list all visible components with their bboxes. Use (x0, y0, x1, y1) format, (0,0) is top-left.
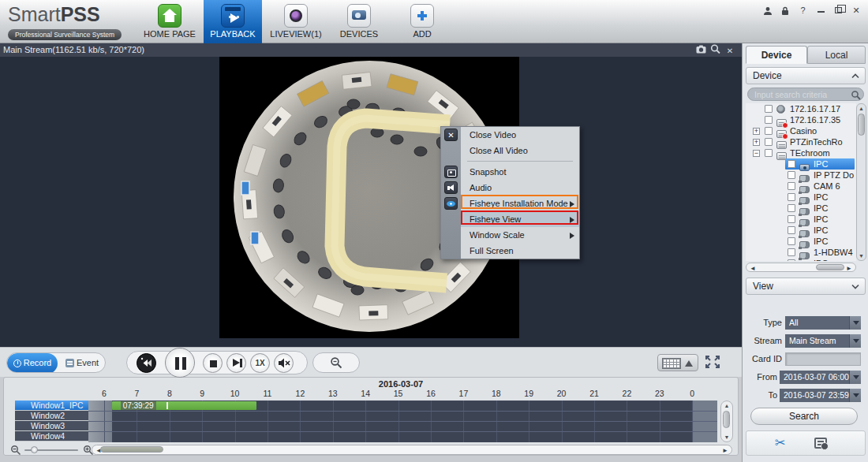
search-button[interactable]: Search (750, 408, 858, 425)
tab-add[interactable]: ADD (393, 0, 451, 43)
tree-item-ipc[interactable]: IPC (746, 192, 856, 203)
window-split-button[interactable] (657, 354, 698, 371)
device-section-header[interactable]: Device (746, 67, 866, 84)
fullscreen-button[interactable] (705, 355, 720, 372)
search-input[interactable] (754, 89, 847, 99)
tree-item-172-16-17-17[interactable]: 172.16.17.17 (746, 103, 856, 114)
device-checkbox[interactable] (765, 149, 773, 157)
device-checkbox[interactable] (765, 138, 773, 146)
pause-button[interactable] (165, 348, 195, 378)
tree-vertical-scrollbar[interactable]: ▲ ▼ (856, 103, 866, 261)
scroll-right-icon[interactable]: ► (722, 447, 728, 454)
window-label-window3[interactable]: Window3 (15, 421, 88, 431)
tab-devices[interactable]: DEVICES (330, 0, 388, 43)
lock-icon[interactable] (778, 5, 792, 16)
dropdown-arrow-icon[interactable] (849, 389, 861, 402)
device-checkbox[interactable] (765, 116, 773, 124)
tree-item-casino[interactable]: +Casino (746, 125, 856, 136)
tree-item-ipc[interactable]: IPC (746, 203, 856, 214)
scroll-up-icon[interactable]: ▲ (721, 403, 732, 408)
type-dropdown[interactable]: All (785, 316, 861, 330)
menu-item-window-scale[interactable]: Window Scale (461, 227, 579, 243)
tree-item-172-16-17-35[interactable]: 172.16.17.35 (746, 114, 856, 125)
device-checkbox[interactable] (765, 105, 773, 113)
device-checkbox[interactable] (788, 259, 795, 261)
dropdown-arrow-icon[interactable] (849, 334, 861, 348)
snapshot-icon[interactable] (696, 45, 707, 56)
device-checkbox[interactable] (788, 160, 795, 168)
playback-speed-button[interactable]: 1X (250, 353, 270, 373)
restore-button[interactable] (832, 5, 846, 16)
search-icon[interactable] (851, 89, 861, 103)
scroll-left-icon[interactable]: ◄ (750, 265, 756, 272)
tab-home-page[interactable]: HOME PAGE (140, 0, 199, 43)
tree-item-ptzintechro[interactable]: +PTZinTechRo (746, 136, 856, 147)
tab-local[interactable]: Local (807, 46, 866, 64)
timeline-zoom-slider[interactable] (24, 449, 78, 451)
timeline-zoom-tool[interactable] (312, 352, 360, 373)
menu-item-snapshot[interactable]: Snapshot (461, 164, 579, 180)
device-checkbox[interactable] (788, 237, 795, 245)
scrollbar-thumb[interactable] (816, 264, 844, 270)
device-checkbox[interactable] (788, 248, 795, 256)
tree-item-techroom[interactable]: −TEchroom (746, 147, 856, 158)
clip-scissors-icon[interactable]: ✂ (775, 435, 785, 450)
scrollbar-thumb[interactable] (723, 411, 730, 428)
tab-liveview[interactable]: LIVEVIEW(1) (267, 0, 325, 43)
menu-item-close-video[interactable]: Close Video (461, 127, 579, 143)
tree-item-ipc[interactable]: IPC (746, 214, 856, 225)
next-frame-button[interactable] (226, 353, 246, 373)
dropdown-arrow-icon[interactable] (849, 316, 861, 330)
record-toggle-button[interactable]: Record (7, 353, 58, 373)
menu-item-close-all-video[interactable]: Close All Video (461, 143, 579, 158)
device-checkbox[interactable] (788, 226, 795, 234)
tree-item-ipc[interactable]: IPC (746, 225, 856, 236)
tree-item-1-hdbw4[interactable]: 1-HDBW4 (746, 247, 856, 258)
tree-item-ipc[interactable]: IPC (746, 158, 856, 170)
close-video-icon[interactable]: ✕ (724, 46, 735, 57)
slider-thumb[interactable] (31, 446, 38, 453)
tab-playback[interactable]: PLAYBACK (204, 0, 262, 43)
tab-device[interactable]: Device (746, 46, 807, 64)
window-label-window2[interactable]: Window2 (15, 411, 88, 421)
digital-zoom-icon[interactable] (710, 44, 721, 55)
window-label-window1-ipc[interactable]: Window1_IPC (15, 401, 88, 411)
scroll-down-icon[interactable]: ▼ (857, 253, 866, 259)
expand-icon[interactable]: + (753, 139, 760, 146)
export-record-icon[interactable] (814, 438, 827, 449)
timeline-horizontal-scrollbar[interactable]: ◄ ► (92, 445, 732, 455)
device-checkbox[interactable] (788, 182, 795, 190)
help-button[interactable]: ? (796, 5, 810, 16)
expand-icon[interactable]: + (753, 128, 760, 135)
timeline-vertical-scrollbar[interactable]: ▲ ▼ (720, 401, 733, 442)
minimize-button[interactable] (814, 5, 828, 16)
event-toggle-button[interactable]: Event (58, 353, 106, 373)
timeline-track[interactable]: 07:39:29 (88, 401, 717, 442)
scroll-up-icon[interactable]: ▲ (857, 106, 866, 111)
tree-item-ipc[interactable]: IPC (746, 236, 856, 247)
device-checkbox[interactable] (765, 127, 773, 135)
tree-item-ipc[interactable]: IPC (746, 258, 856, 261)
menu-item-audio[interactable]: Audio (461, 180, 579, 196)
menu-item-full-screen[interactable]: Full Screen (461, 243, 579, 259)
menu-item-fisheye-view[interactable]: Fisheye View (461, 211, 579, 227)
view-section-header[interactable]: View (746, 278, 866, 295)
scroll-down-icon[interactable]: ▼ (721, 434, 732, 440)
device-checkbox[interactable] (788, 204, 795, 212)
playhead-cursor[interactable] (166, 402, 168, 409)
menu-item-fisheye-installation-mode[interactable]: Fisheye Installation Mode (461, 196, 579, 211)
tree-item-ip-ptz-do[interactable]: IP PTZ Do (746, 170, 856, 181)
collapse-icon[interactable]: − (753, 150, 760, 157)
device-checkbox[interactable] (788, 215, 795, 223)
stream-dropdown[interactable]: Main Stream (785, 334, 861, 348)
stop-button[interactable] (203, 353, 223, 373)
mute-button[interactable] (274, 353, 294, 373)
device-checkbox[interactable] (788, 193, 795, 201)
tree-horizontal-scrollbar[interactable]: ◄ ► (746, 263, 856, 272)
card-id-input[interactable] (785, 352, 861, 366)
window-label-window4[interactable]: Window4 (15, 431, 88, 442)
zoom-out-icon[interactable] (10, 445, 21, 456)
device-checkbox[interactable] (788, 171, 795, 179)
from-datetime-picker[interactable]: 2016-03-07 06:00:00 (780, 371, 861, 384)
scrollbar-thumb[interactable] (100, 446, 163, 453)
